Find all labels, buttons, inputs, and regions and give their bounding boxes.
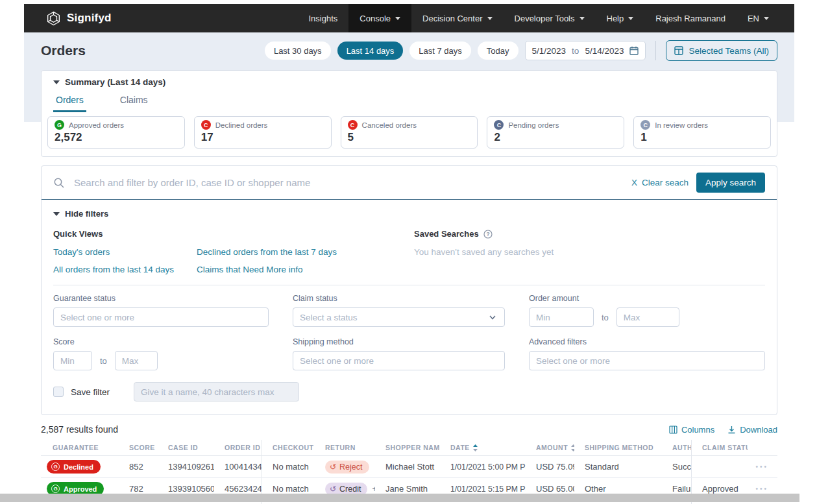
caret-down-icon [579,17,585,20]
signifyd-hexagon-icon [46,11,61,26]
filter-grid: Guarantee status Claim status [53,294,765,370]
date-to-value[interactable]: 5/14/2023 [585,46,624,56]
col-header-shipping-method[interactable]: SHIPPING METHOD [574,440,662,455]
guarantee-badge-icon: G [51,462,60,471]
col-header-score[interactable]: SCORE [119,440,158,455]
claim-status-select[interactable] [293,307,505,327]
nav-item-insights[interactable]: Insights [298,4,349,32]
row-menu-icon[interactable]: ••• [755,463,768,470]
nav-label: Developer Tools [515,14,575,23]
stat-card-label: Pending orders [508,121,559,129]
range-pill-last-14-days[interactable]: Last 14 days [337,42,404,60]
saved-searches-title: Saved Searches [414,229,479,239]
sort-icon[interactable] [473,444,478,451]
quick-view-all-orders-last-14-days[interactable]: All orders from the last 14 days [53,265,197,274]
filter-guarantee-status: Guarantee status [53,294,269,327]
results-actions: Columns Download [669,425,777,435]
col-header-shopper-name[interactable]: SHOPPER NAME [375,440,440,455]
nav-item-user[interactable]: Rajesh Ramanand [644,4,737,32]
date-cell: 1/01/2021 5:00 PM PST [440,456,526,477]
stat-card-canceled-orders[interactable]: C Canceled orders 5 [341,116,478,149]
score-max-input[interactable] [115,351,158,370]
guarantee-status-input[interactable] [53,307,269,327]
saved-searches-empty-text: You haven't saved any searches yet [414,247,765,257]
columns-label: Columns [681,425,714,435]
stat-card-in-review-orders[interactable]: C In review orders 1 [633,116,771,149]
hide-filters-toggle[interactable]: Hide filters [53,209,765,219]
col-header-auth-status[interactable]: AUTH S [662,440,692,455]
nav-item-console[interactable]: Console [348,4,411,32]
col-header-claim-status[interactable]: CLAIM STATUS [692,440,748,455]
col-header-date[interactable]: DATE [440,440,526,455]
date-range-picker[interactable]: 5/1/2023 to 5/14/2023 [525,41,646,60]
amount-cell: USD 75.09 [526,456,574,477]
stat-card-label: Declined orders [215,121,268,129]
signifyd-logo[interactable]: Signifyd [46,11,112,26]
stat-card-approved-orders[interactable]: G Approved orders 2,572 [47,116,185,149]
nav-user-name: Rajesh Ramanand [655,14,726,23]
table-row[interactable]: G Declined 852 1394109261 100414341 No m… [41,456,777,478]
stat-card-label: Canceled orders [362,121,417,129]
page-header-band: Orders Last 30 days Last 14 days Last 7 … [24,32,794,122]
nav-item-decision-center[interactable]: Decision Center [411,4,504,32]
quick-views-block: Quick Views Today's orders Declined orde… [53,229,414,274]
horizontal-scrollbar[interactable] [0,494,799,502]
col-header-actions [748,440,776,455]
apply-search-button[interactable]: Apply search [696,173,765,193]
header-divider [655,41,656,60]
stat-card-pending-orders[interactable]: C Pending orders 2 [487,116,624,149]
range-pill-today[interactable]: Today [478,42,518,60]
order-amount-min-input[interactable] [529,307,594,327]
col-header-amount[interactable]: AMOUNT [526,440,574,455]
advanced-filters-input[interactable] [529,351,765,370]
download-button[interactable]: Download [727,425,777,435]
date-range-controls: Last 30 days Last 14 days Last 7 days To… [265,40,777,61]
filter-label: Claim status [293,294,505,303]
download-label: Download [740,425,777,435]
shipping-method-input[interactable] [293,351,505,370]
col-header-checkout[interactable]: CHECKOUT [262,440,315,455]
row-menu-icon[interactable]: ••• [755,485,768,492]
save-filter-name-input[interactable] [134,382,299,402]
range-pill-last-7-days[interactable]: Last 7 days [409,42,471,60]
app-window: Signifyd Insights Console Decision Cente… [24,0,794,504]
nav-label: Help [607,14,624,23]
col-header-order-id[interactable]: ORDER ID [214,440,262,455]
nav-item-language[interactable]: EN [737,4,780,32]
col-header-guarantee[interactable]: GUARANTEE [41,440,119,455]
selected-teams-button[interactable]: Selected Teams (All) [666,40,777,61]
columns-button[interactable]: Columns [669,425,714,435]
col-header-case-id[interactable]: CASE ID [158,440,214,455]
order-amount-max-input[interactable] [616,307,679,327]
save-filter-checkbox[interactable] [53,387,64,397]
orders-header-row: Orders Last 30 days Last 14 days Last 7 … [41,42,777,60]
caret-down-icon [395,17,400,20]
help-question-icon[interactable]: ? [483,230,493,239]
save-filter-label: Save filter [71,387,110,397]
clear-search-button[interactable]: X Clear seach [631,178,689,187]
claim-status-cell [692,456,748,477]
checkout-cell: No match [262,456,315,477]
stat-card-declined-orders[interactable]: C Declined orders 17 [194,116,332,149]
tab-orders[interactable]: Orders [53,91,86,112]
search-input[interactable] [73,176,624,189]
quick-view-declined-last-7-days[interactable]: Declined orders from the last 7 days [197,247,414,257]
score-min-input[interactable] [53,351,92,370]
date-from-value[interactable]: 5/1/2023 [532,46,567,56]
range-pill-last-30-days[interactable]: Last 30 days [265,42,331,60]
quick-view-claims-need-more-info[interactable]: Claims that Need More info [197,265,414,274]
summary-panel: Summary (Last 14 days) Orders Claims G A… [41,70,777,157]
summary-collapse-toggle[interactable]: Summary (Last 14 days) [42,77,777,87]
nav-label: EN [748,14,759,23]
nav-item-developer-tools[interactable]: Developer Tools [504,4,596,32]
page-title: Orders [41,43,86,58]
nav-item-help[interactable]: Help [596,4,645,32]
filter-label: Order amount [529,294,765,303]
col-header-return[interactable]: RETURN [315,440,375,455]
clear-x-icon: X [631,178,637,187]
quick-view-todays-orders[interactable]: Today's orders [53,247,197,257]
top-nav: Signifyd Insights Console Decision Cente… [24,4,794,32]
tab-claims[interactable]: Claims [117,91,151,112]
search-filters-panel: X Clear seach Apply search Hide filters … [41,165,777,415]
summary-tabs: Orders Claims [42,91,777,112]
